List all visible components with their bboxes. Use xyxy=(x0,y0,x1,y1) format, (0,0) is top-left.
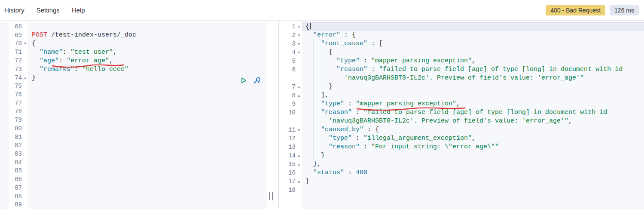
gutter-row: 85 xyxy=(9,167,28,175)
fold-toggle-icon[interactable]: ▴ xyxy=(296,177,302,186)
editor-line: POST /test-index-users/_doc xyxy=(32,31,267,40)
line-number: 80 xyxy=(15,125,22,132)
indent-guide xyxy=(313,91,321,100)
code-token: "reason" xyxy=(329,143,360,151)
indent-guide xyxy=(313,108,321,117)
code-token: { xyxy=(305,23,309,31)
editor-line: "root_cause" : [ xyxy=(305,40,644,48)
response-editor-panel: 1▾2▾3▾4▾567▴8▴91011▾121314▴15▴1617▴18 { … xyxy=(279,21,644,209)
indent-guide xyxy=(313,117,321,126)
fold-toggle-icon[interactable]: ▴ xyxy=(296,160,302,169)
line-number: 4 xyxy=(292,49,296,56)
panel-split-handle[interactable] xyxy=(269,192,273,200)
code-token: } xyxy=(32,74,36,82)
gutter-row: 8▴ xyxy=(279,91,302,100)
code-token xyxy=(305,40,313,47)
code-token: ], xyxy=(321,92,329,99)
gutter-row: 10 xyxy=(279,108,302,117)
editor-line xyxy=(32,108,267,117)
line-number: 5 xyxy=(292,58,296,65)
fold-toggle-icon[interactable]: ▴ xyxy=(296,91,302,100)
code-token: "failed to parse field [age] of type [lo… xyxy=(379,66,623,73)
code-token: "illegal_argument_exception" xyxy=(363,135,472,142)
code-token: : [ xyxy=(367,40,383,47)
gutter-row: 16 xyxy=(279,169,302,177)
code-token: 400 xyxy=(356,169,367,176)
console-top-bar: History Settings Help 400 - Bad Request … xyxy=(0,0,644,21)
gutter-row: 80 xyxy=(9,124,28,133)
code-token: , xyxy=(472,57,476,65)
editor-line: "remarks": "hello eeee" xyxy=(32,65,267,74)
code-token xyxy=(305,117,313,125)
gutter-row: 84 xyxy=(9,158,28,167)
editor-line xyxy=(32,203,267,209)
editor-line xyxy=(32,186,267,194)
line-number: 73 xyxy=(15,66,22,73)
code-token: "failed to parse field [age] of type [lo… xyxy=(363,109,607,116)
code-token xyxy=(305,49,313,56)
line-number: 70 xyxy=(15,40,22,47)
line-number: 89 xyxy=(15,201,22,208)
code-token: , xyxy=(113,49,117,56)
code-token: : xyxy=(367,66,379,73)
gutter-row: 12 xyxy=(279,134,302,143)
fold-toggle-icon[interactable]: ▾ xyxy=(296,40,302,48)
code-token xyxy=(305,66,313,73)
gutter-row: 71 xyxy=(9,48,28,56)
line-number: 9 xyxy=(292,101,296,108)
line-number: 76 xyxy=(15,91,22,98)
gutter-row: 68 xyxy=(9,22,28,31)
fold-toggle-icon[interactable]: ▾ xyxy=(296,126,302,134)
code-token: "test user" xyxy=(70,49,113,56)
line-number: 6 xyxy=(292,66,296,73)
line-number: 82 xyxy=(15,142,22,149)
indent-guide xyxy=(313,57,321,65)
code-token: , xyxy=(109,57,113,65)
fold-toggle-icon[interactable]: ▴ xyxy=(296,83,302,91)
request-editor[interactable]: POST /test-index-users/_doc{ "name": "te… xyxy=(28,22,267,209)
gutter-row: 74▴ xyxy=(9,74,28,82)
fold-toggle-icon[interactable]: ▾ xyxy=(296,31,302,40)
line-number: 72 xyxy=(15,57,22,64)
fold-toggle-icon[interactable]: ▾ xyxy=(22,39,28,48)
line-number: 10 xyxy=(288,109,296,116)
request-editor-margin xyxy=(0,22,9,209)
code-token xyxy=(305,57,313,65)
code-token xyxy=(32,57,40,65)
line-number: 69 xyxy=(15,32,22,39)
send-request-button[interactable] xyxy=(239,76,248,85)
code-token: { xyxy=(329,49,333,56)
code-token: } xyxy=(321,152,325,159)
menu-item-history[interactable]: History xyxy=(4,6,24,14)
menu-item-help[interactable]: Help xyxy=(72,6,85,14)
gutter-row: 75 xyxy=(9,82,28,91)
gutter-row: 5 xyxy=(279,57,302,65)
line-number: 17 xyxy=(288,178,296,185)
response-gutter: 1▾2▾3▾4▾567▴8▴91011▾121314▴15▴1617▴18 xyxy=(279,22,302,209)
line-number: 84 xyxy=(15,159,22,166)
code-token: } xyxy=(305,178,309,185)
gutter-row: 87 xyxy=(9,184,28,192)
text-cursor xyxy=(310,23,311,29)
response-editor[interactable]: { "error" : { "root_cause" : [ { "type" … xyxy=(302,22,644,209)
code-token: 'navuq3gBARHSBT8-IL2c'. Preview of field… xyxy=(329,117,568,125)
line-number: 71 xyxy=(15,49,22,55)
code-token: "remarks" xyxy=(40,66,74,73)
indent-guide xyxy=(313,74,321,83)
editor-line: { xyxy=(305,48,644,57)
fold-toggle-icon[interactable]: ▴ xyxy=(22,74,28,82)
fold-toggle-icon[interactable]: ▾ xyxy=(296,48,302,57)
editor-line xyxy=(32,134,267,143)
gutter-row: 3▾ xyxy=(279,40,302,48)
gutter-row: 4▾ xyxy=(279,48,302,57)
request-options-button[interactable] xyxy=(252,76,261,85)
editor-line xyxy=(32,177,267,186)
editor-line xyxy=(32,194,267,203)
editor-line xyxy=(32,22,267,31)
fold-toggle-icon[interactable]: ▴ xyxy=(296,151,302,160)
gutter-row: 14▴ xyxy=(279,151,302,160)
console-split-view: 686970▾71727374▴757677787980818283848586… xyxy=(0,21,644,209)
code-token: : xyxy=(74,66,82,73)
fold-toggle-icon[interactable]: ▾ xyxy=(296,22,302,31)
menu-item-settings[interactable]: Settings xyxy=(37,6,60,14)
